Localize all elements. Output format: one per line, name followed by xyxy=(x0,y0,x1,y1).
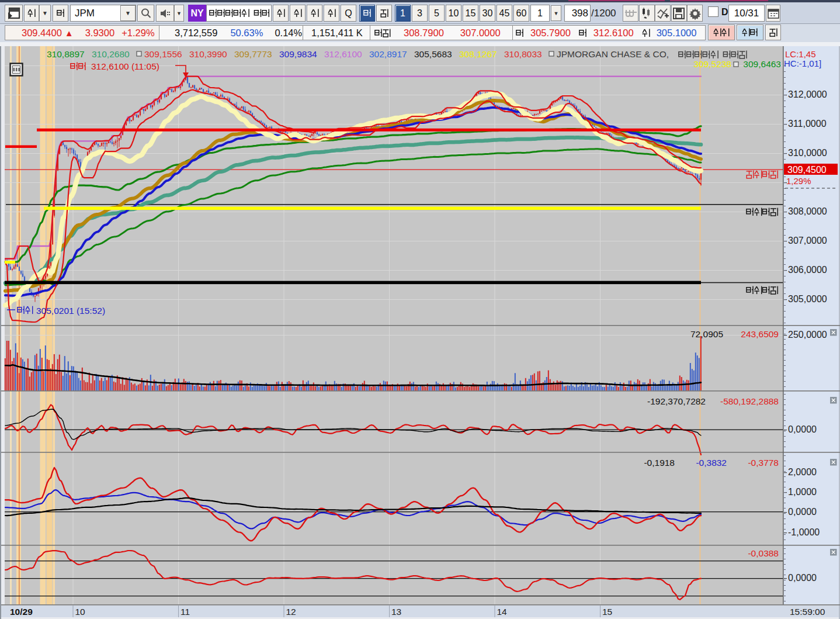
svg-text:309,1556: 309,1556 xyxy=(144,49,182,59)
svg-text:307,0000: 307,0000 xyxy=(788,236,827,245)
svg-text:2,0000: 2,0000 xyxy=(788,467,817,477)
svg-text:-0,3832: -0,3832 xyxy=(696,458,727,468)
svg-text:HC:-1,01]: HC:-1,01] xyxy=(784,58,821,68)
svg-text:250,0000: 250,0000 xyxy=(788,330,827,340)
svg-text:305,0000: 305,0000 xyxy=(788,294,827,304)
svg-text:15: 15 xyxy=(602,607,612,617)
svg-text:-0,1918: -0,1918 xyxy=(644,458,675,468)
svg-text:306,0000: 306,0000 xyxy=(788,265,827,275)
svg-text:309,6463: 309,6463 xyxy=(743,59,781,69)
svg-text:-580,192,2888: -580,192,2888 xyxy=(720,396,779,406)
svg-text:310,0000: 310,0000 xyxy=(788,148,827,158)
svg-text:LC:1,45: LC:1,45 xyxy=(785,49,816,59)
svg-text:309,7773: 309,7773 xyxy=(234,49,272,59)
svg-text:0,0000: 0,0000 xyxy=(788,573,817,583)
svg-text:310,8033: 310,8033 xyxy=(504,49,542,59)
svg-text:15:59:00: 15:59:00 xyxy=(790,607,825,617)
svg-text:11: 11 xyxy=(181,607,190,617)
svg-text:310,8897: 310,8897 xyxy=(47,49,85,59)
svg-text:310,2680: 310,2680 xyxy=(92,49,130,59)
svg-text:-0,0388: -0,0388 xyxy=(748,548,779,558)
svg-text:312,6100: 312,6100 xyxy=(324,49,362,59)
svg-text:10: 10 xyxy=(75,607,86,617)
svg-text:72,0905: 72,0905 xyxy=(690,329,723,339)
svg-text:309,4500: 309,4500 xyxy=(787,165,827,175)
svg-text:243,6509: 243,6509 xyxy=(741,329,779,339)
svg-text:311,0000: 311,0000 xyxy=(788,119,827,129)
svg-text:308,1267: 308,1267 xyxy=(459,49,497,59)
svg-text:302,8917: 302,8917 xyxy=(369,49,407,59)
svg-text:1,29%: 1,29% xyxy=(786,176,811,186)
svg-text:312,0000: 312,0000 xyxy=(788,89,827,99)
svg-text:0,0000: 0,0000 xyxy=(788,424,817,434)
svg-text:14: 14 xyxy=(497,607,508,617)
svg-text:-192,370,7282: -192,370,7282 xyxy=(647,396,706,406)
svg-text:309,9834: 309,9834 xyxy=(279,49,317,59)
svg-text:310,3990: 310,3990 xyxy=(189,49,227,59)
svg-text:-0,3778: -0,3778 xyxy=(748,458,779,468)
svg-text:308,0000: 308,0000 xyxy=(788,206,827,216)
svg-text:-1,0000: -1,0000 xyxy=(788,527,820,537)
svg-text:305,0201 (15:52): 305,0201 (15:52) xyxy=(36,306,105,316)
svg-text:312,6100 (11:05): 312,6100 (11:05) xyxy=(91,61,159,71)
svg-text:JPMORGAN CHASE & CO,: JPMORGAN CHASE & CO, xyxy=(557,49,669,59)
svg-text:1,0000: 1,0000 xyxy=(788,487,817,497)
svg-text:12: 12 xyxy=(286,607,296,617)
svg-text:305,5683: 305,5683 xyxy=(414,49,452,59)
svg-text:13: 13 xyxy=(391,607,401,617)
svg-text:0,0000: 0,0000 xyxy=(788,507,817,517)
svg-text:10/29: 10/29 xyxy=(10,607,33,617)
svg-text:309,5238: 309,5238 xyxy=(693,59,731,69)
